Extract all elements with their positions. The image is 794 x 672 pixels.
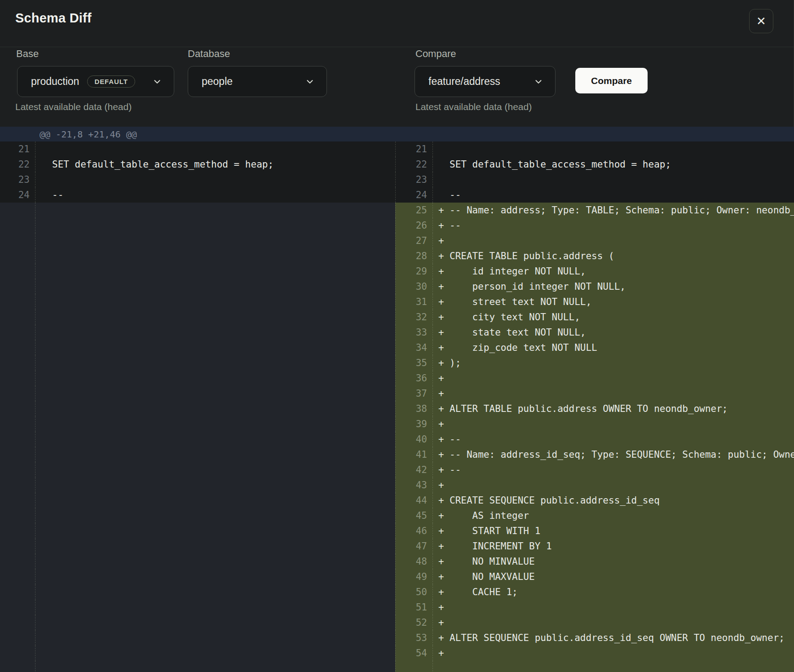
right-code-text: person_id integer NOT NULL, (450, 279, 626, 294)
left-line-number (0, 248, 35, 264)
close-icon: ✕ (756, 15, 766, 27)
right-code-text: id integer NOT NULL, (450, 264, 586, 279)
database-select[interactable]: people (188, 66, 327, 97)
right-code-text: -- (450, 432, 461, 447)
left-line-number (0, 401, 35, 416)
right-diff-sign: + (438, 615, 450, 630)
diff-row: 50 + CACHE 1; (0, 584, 794, 600)
diff-row: 33 + state text NOT NULL, (0, 325, 794, 340)
compare-button[interactable]: Compare (575, 68, 648, 93)
diff-row: 27 + (0, 233, 794, 248)
compare-hint: Latest available data (head) (415, 102, 532, 112)
left-diff-sign (41, 309, 52, 325)
left-line-content (35, 371, 395, 386)
base-label: Base (16, 48, 39, 60)
right-code-text: zip_code text NOT NULL (450, 340, 597, 355)
diff-row: 31 + street text NOT NULL, (0, 294, 794, 309)
hunk-header: @@ -21,8 +21,46 @@ (0, 127, 794, 141)
right-diff-sign: + (438, 401, 450, 416)
right-line-content: +-- (433, 218, 794, 233)
left-line-content (35, 416, 395, 432)
right-line-number: 24 (395, 187, 433, 203)
left-line-content (35, 508, 395, 523)
right-code-text: state text NOT NULL, (450, 325, 586, 340)
compare-branch-select[interactable]: feature/address (415, 66, 556, 97)
left-line-number (0, 600, 35, 615)
left-line-number (0, 462, 35, 477)
right-line-content: + AS integer (433, 508, 794, 523)
schema-diff-modal: { "header": { "title": "Schema Diff", "c… (0, 0, 794, 672)
left-line-content (35, 279, 395, 294)
left-line-number (0, 371, 35, 386)
left-line-number (0, 569, 35, 584)
right-line-number: 27 (395, 233, 433, 248)
right-line-content (433, 172, 794, 187)
left-line-number (0, 523, 35, 539)
left-line-content (35, 172, 395, 187)
left-line-number: 22 (0, 157, 35, 172)
left-line-content (35, 447, 395, 462)
left-diff-sign (41, 340, 52, 355)
right-line-number: 26 (395, 218, 433, 233)
compare-label: Compare (415, 48, 456, 60)
left-diff-sign (41, 386, 52, 401)
right-line-content: + NO MINVALUE (433, 554, 794, 569)
left-line-number (0, 477, 35, 493)
left-diff-sign (41, 172, 52, 187)
right-line-content: + START WITH 1 (433, 523, 794, 539)
right-diff-sign: + (438, 386, 450, 401)
right-line-content: + (433, 645, 794, 661)
left-line-number (0, 584, 35, 600)
diff-row: 25 +-- Name: address; Type: TABLE; Schem… (0, 203, 794, 218)
right-line-number: 28 (395, 248, 433, 264)
right-code-text: -- Name: address_id_seq; Type: SEQUENCE;… (450, 447, 794, 462)
right-line-number: 25 (395, 203, 433, 218)
left-line-number: 23 (0, 172, 35, 187)
left-line-number: 21 (0, 141, 35, 157)
diff-row: 36 + (0, 371, 794, 386)
diff-row: 49 + NO MAXVALUE (0, 569, 794, 584)
right-code-text: CREATE SEQUENCE public.address_id_seq (450, 493, 660, 508)
left-diff-sign (41, 218, 52, 233)
right-line-content: +-- (433, 462, 794, 477)
left-line-content (35, 141, 395, 157)
right-diff-sign: + (438, 539, 450, 554)
diff-row: 44 +CREATE SEQUENCE public.address_id_se… (0, 493, 794, 508)
right-code-text: AS integer (450, 508, 529, 523)
right-diff-sign: + (438, 600, 450, 615)
left-diff-sign (41, 600, 52, 615)
right-diff-sign: + (438, 508, 450, 523)
left-line-content (35, 401, 395, 416)
left-diff-sign (41, 447, 52, 462)
diff-row: 43 + (0, 477, 794, 493)
right-line-number: 51 (395, 600, 433, 615)
diff-row: 42 +-- (0, 462, 794, 477)
right-line-number: 48 (395, 554, 433, 569)
right-diff-sign: + (438, 340, 450, 355)
right-line-number: 35 (395, 355, 433, 371)
left-line-content (35, 523, 395, 539)
right-line-content: SET default_table_access_method = heap; (433, 157, 794, 172)
left-diff-sign (41, 187, 52, 203)
right-line-content: +ALTER TABLE public.address OWNER TO neo… (433, 401, 794, 416)
left-line-number (0, 508, 35, 523)
left-line-number (0, 645, 35, 661)
base-branch-select[interactable]: production DEFAULT (17, 66, 174, 97)
right-line-content (433, 661, 794, 672)
right-code-text: CACHE 1; (450, 584, 518, 600)
left-code-text: SET default_table_access_method = heap; (52, 157, 273, 172)
diff-row (0, 661, 794, 672)
left-line-content (35, 233, 395, 248)
left-diff-sign (41, 462, 52, 477)
header-divider (0, 47, 794, 47)
right-diff-sign: + (438, 355, 450, 371)
left-diff-sign (41, 248, 52, 264)
right-diff-sign: + (438, 264, 450, 279)
right-line-number: 37 (395, 386, 433, 401)
close-button[interactable]: ✕ (749, 9, 773, 33)
right-diff-sign: + (438, 477, 450, 493)
right-line-content: + (433, 386, 794, 401)
diff-row: 48 + NO MINVALUE (0, 554, 794, 569)
right-diff-sign: + (438, 248, 450, 264)
left-diff-sign (41, 584, 52, 600)
